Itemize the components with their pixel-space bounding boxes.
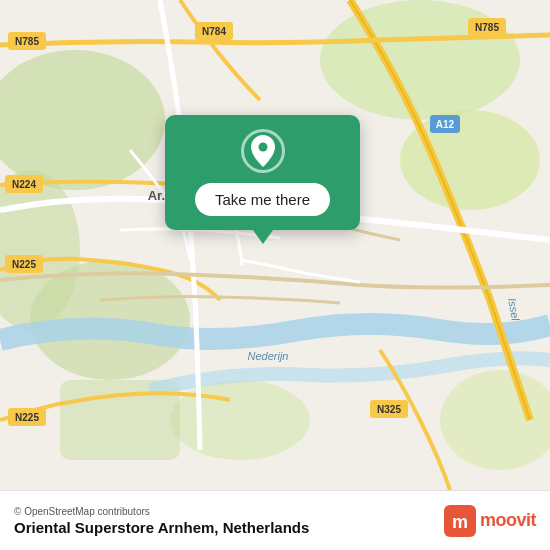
moovit-brand-text: moovit <box>480 510 536 531</box>
svg-text:N224: N224 <box>12 179 36 190</box>
svg-point-6 <box>170 380 310 460</box>
svg-text:N785: N785 <box>475 22 499 33</box>
moovit-logo: m moovit <box>444 505 536 537</box>
svg-text:N225: N225 <box>15 412 39 423</box>
svg-text:N225: N225 <box>12 259 36 270</box>
location-popup[interactable]: Take me there <box>165 115 360 230</box>
svg-text:A12: A12 <box>436 119 455 130</box>
copyright-text: © OpenStreetMap contributors <box>14 506 309 517</box>
footer-bar: © OpenStreetMap contributors Oriental Su… <box>0 490 550 550</box>
svg-text:N325: N325 <box>377 404 401 415</box>
pin-icon-wrapper <box>241 129 285 173</box>
svg-text:N784: N784 <box>202 26 226 37</box>
svg-text:Nederijn: Nederijn <box>248 350 289 362</box>
map-area: N785 N784 N785 A12 N224 N225 N225 Nederi… <box>0 0 550 490</box>
svg-point-28 <box>258 143 267 152</box>
location-name: Oriental Superstore Arnhem, Netherlands <box>14 519 309 536</box>
moovit-brand-icon: m <box>444 505 476 537</box>
location-pin-icon <box>250 135 276 167</box>
footer-left: © OpenStreetMap contributors Oriental Su… <box>14 506 309 536</box>
take-me-there-button[interactable]: Take me there <box>195 183 330 216</box>
svg-text:m: m <box>452 512 468 532</box>
svg-text:N785: N785 <box>15 36 39 47</box>
